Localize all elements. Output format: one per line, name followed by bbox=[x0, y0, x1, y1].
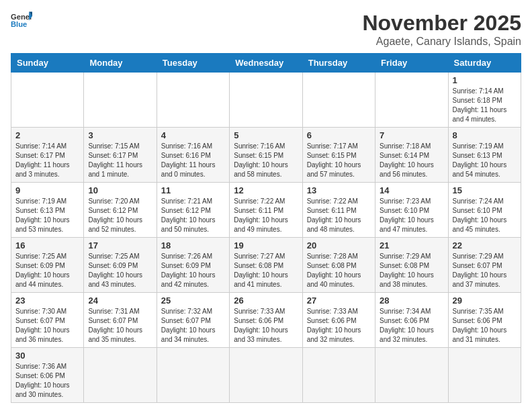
day-number: 9 bbox=[15, 185, 79, 195]
day-info: Sunrise: 7:29 AM Sunset: 6:08 PM Dayligh… bbox=[380, 252, 443, 289]
calendar-cell: 1Sunrise: 7:14 AM Sunset: 6:18 PM Daylig… bbox=[448, 73, 521, 128]
calendar-cell: 12Sunrise: 7:22 AM Sunset: 6:11 PM Dayli… bbox=[230, 183, 302, 238]
calendar-cell: 22Sunrise: 7:29 AM Sunset: 6:07 PM Dayli… bbox=[448, 238, 521, 293]
weekday-header-friday: Friday bbox=[375, 54, 448, 73]
day-info: Sunrise: 7:21 AM Sunset: 6:12 PM Dayligh… bbox=[161, 197, 225, 234]
calendar-cell bbox=[448, 348, 521, 403]
day-info: Sunrise: 7:35 AM Sunset: 6:06 PM Dayligh… bbox=[453, 307, 517, 345]
day-info: Sunrise: 7:16 AM Sunset: 6:15 PM Dayligh… bbox=[234, 142, 298, 179]
day-info: Sunrise: 7:17 AM Sunset: 6:15 PM Dayligh… bbox=[307, 142, 371, 179]
calendar-week-row: 16Sunrise: 7:25 AM Sunset: 6:09 PM Dayli… bbox=[11, 238, 521, 293]
logo-icon: General Blue bbox=[11, 11, 32, 30]
day-info: Sunrise: 7:29 AM Sunset: 6:07 PM Dayligh… bbox=[453, 252, 517, 289]
calendar-cell: 6Sunrise: 7:17 AM Sunset: 6:15 PM Daylig… bbox=[302, 128, 375, 183]
calendar-cell: 15Sunrise: 7:24 AM Sunset: 6:10 PM Dayli… bbox=[448, 183, 521, 238]
day-number: 21 bbox=[380, 240, 443, 250]
calendar-cell bbox=[84, 348, 157, 403]
day-number: 12 bbox=[234, 185, 298, 195]
day-info: Sunrise: 7:26 AM Sunset: 6:09 PM Dayligh… bbox=[161, 252, 225, 289]
calendar-cell bbox=[157, 348, 229, 403]
weekday-header-monday: Monday bbox=[84, 54, 157, 73]
day-number: 25 bbox=[161, 295, 225, 306]
day-number: 13 bbox=[307, 185, 371, 195]
day-number: 23 bbox=[15, 295, 79, 306]
location-subtitle: Agaete, Canary Islands, Spain bbox=[362, 36, 521, 48]
day-number: 22 bbox=[453, 240, 517, 250]
day-info: Sunrise: 7:31 AM Sunset: 6:07 PM Dayligh… bbox=[88, 307, 152, 345]
calendar-cell: 7Sunrise: 7:18 AM Sunset: 6:14 PM Daylig… bbox=[375, 128, 448, 183]
day-number: 3 bbox=[88, 130, 152, 140]
calendar-cell bbox=[157, 73, 229, 128]
day-number: 14 bbox=[380, 185, 443, 195]
day-number: 17 bbox=[88, 240, 152, 250]
calendar-cell: 5Sunrise: 7:16 AM Sunset: 6:15 PM Daylig… bbox=[230, 128, 302, 183]
calendar-cell: 30Sunrise: 7:36 AM Sunset: 6:06 PM Dayli… bbox=[11, 348, 84, 403]
day-number: 28 bbox=[380, 295, 443, 306]
day-info: Sunrise: 7:22 AM Sunset: 6:11 PM Dayligh… bbox=[234, 197, 298, 234]
day-number: 4 bbox=[161, 130, 225, 140]
calendar-cell bbox=[230, 348, 302, 403]
weekday-header-wednesday: Wednesday bbox=[230, 54, 302, 73]
day-info: Sunrise: 7:33 AM Sunset: 6:06 PM Dayligh… bbox=[307, 307, 371, 345]
title-block: November 2025 Agaete, Canary Islands, Sp… bbox=[362, 11, 521, 48]
day-number: 18 bbox=[161, 240, 225, 250]
weekday-header-row: SundayMondayTuesdayWednesdayThursdayFrid… bbox=[11, 54, 521, 73]
day-info: Sunrise: 7:14 AM Sunset: 6:18 PM Dayligh… bbox=[453, 87, 517, 124]
day-number: 24 bbox=[88, 295, 152, 306]
day-info: Sunrise: 7:36 AM Sunset: 6:06 PM Dayligh… bbox=[15, 362, 79, 400]
calendar-cell: 3Sunrise: 7:15 AM Sunset: 6:17 PM Daylig… bbox=[84, 128, 157, 183]
svg-text:Blue: Blue bbox=[11, 20, 27, 28]
day-info: Sunrise: 7:16 AM Sunset: 6:16 PM Dayligh… bbox=[161, 142, 225, 179]
calendar-cell: 28Sunrise: 7:34 AM Sunset: 6:06 PM Dayli… bbox=[375, 293, 448, 348]
calendar-cell: 11Sunrise: 7:21 AM Sunset: 6:12 PM Dayli… bbox=[157, 183, 229, 238]
day-number: 16 bbox=[15, 240, 79, 250]
day-number: 29 bbox=[453, 295, 517, 306]
calendar-cell bbox=[375, 348, 448, 403]
calendar-cell: 26Sunrise: 7:33 AM Sunset: 6:06 PM Dayli… bbox=[230, 293, 302, 348]
calendar-cell bbox=[302, 348, 375, 403]
day-number: 15 bbox=[453, 185, 517, 195]
calendar-cell: 18Sunrise: 7:26 AM Sunset: 6:09 PM Dayli… bbox=[157, 238, 229, 293]
day-info: Sunrise: 7:15 AM Sunset: 6:17 PM Dayligh… bbox=[88, 142, 152, 179]
calendar-week-row: 30Sunrise: 7:36 AM Sunset: 6:06 PM Dayli… bbox=[11, 348, 521, 403]
day-number: 7 bbox=[380, 130, 443, 140]
calendar-cell bbox=[11, 73, 84, 128]
day-number: 27 bbox=[307, 295, 371, 306]
calendar-cell bbox=[302, 73, 375, 128]
calendar-cell bbox=[230, 73, 302, 128]
day-info: Sunrise: 7:18 AM Sunset: 6:14 PM Dayligh… bbox=[380, 142, 443, 179]
calendar-cell: 14Sunrise: 7:23 AM Sunset: 6:10 PM Dayli… bbox=[375, 183, 448, 238]
page-header: General Blue November 2025 Agaete, Canar… bbox=[11, 11, 521, 48]
day-number: 1 bbox=[453, 75, 517, 85]
calendar-cell: 8Sunrise: 7:19 AM Sunset: 6:13 PM Daylig… bbox=[448, 128, 521, 183]
weekday-header-thursday: Thursday bbox=[302, 54, 375, 73]
day-number: 30 bbox=[15, 351, 79, 361]
calendar-week-row: 2Sunrise: 7:14 AM Sunset: 6:17 PM Daylig… bbox=[11, 128, 521, 183]
day-info: Sunrise: 7:19 AM Sunset: 6:13 PM Dayligh… bbox=[15, 197, 79, 234]
day-number: 5 bbox=[234, 130, 298, 140]
day-number: 26 bbox=[234, 295, 298, 306]
calendar-cell: 9Sunrise: 7:19 AM Sunset: 6:13 PM Daylig… bbox=[11, 183, 84, 238]
calendar-week-row: 23Sunrise: 7:30 AM Sunset: 6:07 PM Dayli… bbox=[11, 293, 521, 348]
calendar-table: SundayMondayTuesdayWednesdayThursdayFrid… bbox=[11, 53, 521, 403]
day-info: Sunrise: 7:28 AM Sunset: 6:08 PM Dayligh… bbox=[307, 252, 371, 289]
calendar-week-row: 9Sunrise: 7:19 AM Sunset: 6:13 PM Daylig… bbox=[11, 183, 521, 238]
calendar-cell: 16Sunrise: 7:25 AM Sunset: 6:09 PM Dayli… bbox=[11, 238, 84, 293]
day-info: Sunrise: 7:33 AM Sunset: 6:06 PM Dayligh… bbox=[234, 307, 298, 345]
calendar-cell: 24Sunrise: 7:31 AM Sunset: 6:07 PM Dayli… bbox=[84, 293, 157, 348]
calendar-cell: 13Sunrise: 7:22 AM Sunset: 6:11 PM Dayli… bbox=[302, 183, 375, 238]
weekday-header-saturday: Saturday bbox=[448, 54, 521, 73]
day-number: 10 bbox=[88, 185, 152, 195]
day-info: Sunrise: 7:30 AM Sunset: 6:07 PM Dayligh… bbox=[15, 307, 79, 345]
day-info: Sunrise: 7:24 AM Sunset: 6:10 PM Dayligh… bbox=[453, 197, 517, 234]
weekday-header-sunday: Sunday bbox=[11, 54, 84, 73]
calendar-cell: 21Sunrise: 7:29 AM Sunset: 6:08 PM Dayli… bbox=[375, 238, 448, 293]
day-number: 2 bbox=[15, 130, 79, 140]
calendar-cell bbox=[84, 73, 157, 128]
day-info: Sunrise: 7:34 AM Sunset: 6:06 PM Dayligh… bbox=[380, 307, 443, 345]
day-info: Sunrise: 7:14 AM Sunset: 6:17 PM Dayligh… bbox=[15, 142, 79, 179]
calendar-cell: 27Sunrise: 7:33 AM Sunset: 6:06 PM Dayli… bbox=[302, 293, 375, 348]
day-info: Sunrise: 7:20 AM Sunset: 6:12 PM Dayligh… bbox=[88, 197, 152, 234]
day-number: 8 bbox=[453, 130, 517, 140]
calendar-cell: 10Sunrise: 7:20 AM Sunset: 6:12 PM Dayli… bbox=[84, 183, 157, 238]
